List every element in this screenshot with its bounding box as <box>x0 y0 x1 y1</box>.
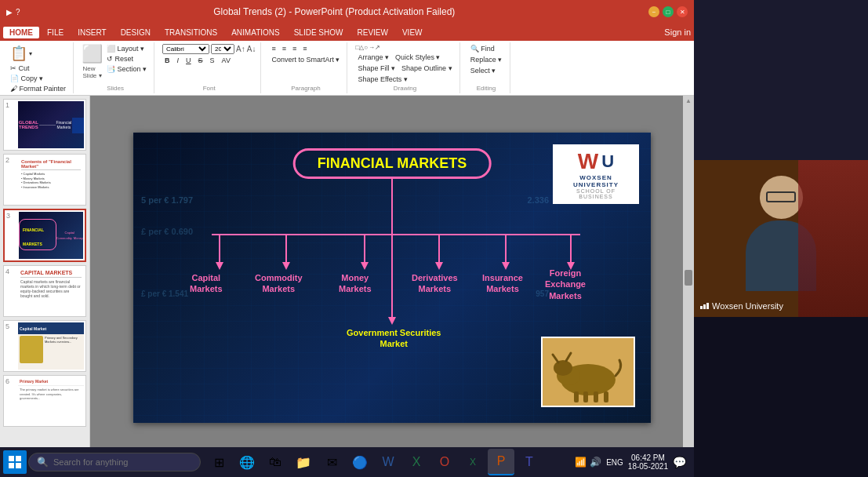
bg-text-4: 2.336 <box>527 195 549 205</box>
ribbon-editing: 🔍 Find Replace ▾ Select ▾ Editing <box>463 42 510 93</box>
shadow-button[interactable]: S <box>208 56 217 65</box>
tab-insert[interactable]: INSERT <box>71 27 113 38</box>
quick-styles-button[interactable]: Quick Styles ▾ <box>393 53 443 62</box>
justify-button[interactable]: ≡ <box>300 44 309 53</box>
shape-effects-button[interactable]: Shape Effects ▾ <box>355 75 454 84</box>
align-right-button[interactable]: ≡ <box>290 44 299 53</box>
time-display: 06:42 PM <box>631 453 665 462</box>
tab-review[interactable]: REVIEW <box>350 27 394 38</box>
slide-thumb-1[interactable]: 1 GLOBAL TRENDS Financial Markets <box>3 99 86 151</box>
arrange-button[interactable]: Arrange ▾ <box>355 53 391 62</box>
video-participant-name: Woxsen University <box>712 301 783 311</box>
taskbar-word[interactable]: W <box>375 449 401 475</box>
market-derivatives: DerivativesMarkets <box>412 272 458 295</box>
taskbar: 🔍 ⊞ 🌐 🛍 📁 ✉ 🔵 W X O X P T 📶 🔊 ENG 06:42 … <box>0 447 694 477</box>
font-size-select[interactable]: 20 <box>211 44 234 54</box>
woxsen-u: U <box>601 151 614 172</box>
taskbar-excel2[interactable]: X <box>459 449 486 475</box>
woxsen-w: W <box>578 149 598 174</box>
underline-button[interactable]: U <box>183 56 194 65</box>
network-icon[interactable]: 📶 <box>575 457 587 468</box>
taskbar-chrome[interactable]: 🔵 <box>347 449 373 475</box>
search-icon: 🔍 <box>37 457 49 468</box>
svg-rect-26 <box>16 456 21 461</box>
reset-button[interactable]: ↺ Reset <box>104 54 149 64</box>
paste-button[interactable]: 📋▾ <box>8 44 35 63</box>
select-button[interactable]: Select ▾ <box>468 66 505 75</box>
ribbon-drawing: □△○ →↗ Arrange ▾ Quick Styles ▾ Shape Fi… <box>350 42 459 93</box>
drawing-label: Drawing <box>394 85 416 92</box>
tab-slideshow[interactable]: SLIDE SHOW <box>288 27 350 38</box>
slide-canvas[interactable]: 5 per € 1.797 £ per € 0.690 £ per € 1.54… <box>133 133 651 423</box>
font-label: Font <box>203 85 216 92</box>
font-shrink-icon[interactable]: A↓ <box>247 45 256 53</box>
tab-design[interactable]: DESIGN <box>114 27 157 38</box>
search-input[interactable] <box>53 457 179 467</box>
editing-label: Editing <box>477 85 496 92</box>
taskbar-cortana[interactable]: ⊞ <box>205 449 232 475</box>
minimize-button[interactable]: − <box>648 6 659 17</box>
replace-button[interactable]: Replace ▾ <box>468 55 505 64</box>
sign-in-button[interactable]: Sign in <box>664 27 691 37</box>
layout-button[interactable]: ⬜ Layout ▾ <box>104 44 149 53</box>
char-spacing-button[interactable]: AV <box>220 56 233 65</box>
taskbar-ppt[interactable]: P <box>488 449 514 475</box>
slide-thumb-5[interactable]: 5 Capital Market Primary and Secondary M… <box>3 320 86 372</box>
tab-home[interactable]: HOME <box>3 27 39 38</box>
bg-text-3: £ per € 1.541 <box>141 289 188 298</box>
font-family-select[interactable]: Calibri <box>162 44 209 54</box>
svg-rect-21 <box>574 391 579 402</box>
market-gov-securities: Government SecuritiesMarket <box>347 327 441 350</box>
ribbon-clipboard: 📋▾ ✂ Cut 📄 Copy ▾ 🖌 Format Painter Clipb… <box>3 42 74 93</box>
format-painter-button[interactable]: 🖌 Format Painter <box>8 84 68 93</box>
copy-button[interactable]: 📄 Copy ▾ <box>8 74 45 83</box>
slide-thumb-3[interactable]: 3 FINANCIAL MARKETS Capital Commodity Mo… <box>3 209 86 262</box>
italic-button[interactable]: I <box>175 56 182 65</box>
tab-view[interactable]: VIEW <box>396 27 429 38</box>
taskbar-mail[interactable]: ✉ <box>318 449 345 475</box>
svg-point-18 <box>554 360 572 376</box>
slide-thumb-2[interactable]: 2 Contents of "Financial Market" • Capit… <box>3 154 86 206</box>
close-button[interactable]: ✕ <box>677 6 688 17</box>
cut-button[interactable]: ✂ Cut <box>8 64 32 73</box>
find-button[interactable]: 🔍 Find <box>468 44 505 53</box>
tab-animations[interactable]: ANIMATIONS <box>225 27 285 38</box>
taskbar-explorer[interactable]: 📁 <box>290 449 317 475</box>
convert-smartart-button[interactable]: Convert to SmartArt ▾ <box>269 55 342 64</box>
vertical-scrollbar[interactable]: ▲ ▼ <box>683 96 694 460</box>
taskbar-teams[interactable]: T <box>516 449 543 475</box>
powerpoint-window: ▶ ? Global Trends (2) - PowerPoint (Prod… <box>0 0 694 477</box>
font-grow-icon[interactable]: A↑ <box>236 45 245 53</box>
bold-button[interactable]: B <box>162 56 173 65</box>
arrows-icon: →↗ <box>369 44 380 51</box>
svg-line-20 <box>566 353 571 361</box>
taskbar-store[interactable]: 🛍 <box>262 449 289 475</box>
woxsen-logo: W U WOXSEN UNIVERSITY SCHOOL OF BUSINESS <box>553 144 639 204</box>
taskbar-opera[interactable]: O <box>431 449 458 475</box>
tab-file[interactable]: FILE <box>41 27 70 38</box>
slide-thumb-4[interactable]: 4 CAPITAL MARKETS Capital markets are fi… <box>3 265 86 317</box>
notification-icon[interactable]: 💬 <box>673 456 686 468</box>
align-center-button[interactable]: ≡ <box>280 44 289 53</box>
shape-outline-button[interactable]: Shape Outline ▾ <box>399 64 455 73</box>
slide-panel[interactable]: 1 GLOBAL TRENDS Financial Markets 2 Cont… <box>0 96 90 460</box>
volume-icon[interactable]: 🔊 <box>590 457 601 468</box>
slide-thumb-6[interactable]: 6 Primary Market The primary market is w… <box>3 375 86 427</box>
market-commodity: CommodityMarkets <box>255 272 303 295</box>
tab-transitions[interactable]: TRANSITIONS <box>158 27 223 38</box>
shape-fill-button[interactable]: Shape Fill ▾ <box>355 64 398 73</box>
taskbar-edge[interactable]: 🌐 <box>234 449 260 475</box>
video-label-bar: Woxsen University <box>700 301 862 311</box>
person-head <box>760 176 803 219</box>
section-button[interactable]: 📑 Section ▾ <box>104 64 149 74</box>
align-left-button[interactable]: ≡ <box>269 44 278 53</box>
strikethrough-button[interactable]: S <box>196 56 205 65</box>
new-slide-button[interactable]: ⬜ <box>82 44 103 64</box>
search-box[interactable]: 🔍 <box>28 453 201 472</box>
language-tray: ENG <box>606 458 623 467</box>
start-button[interactable] <box>3 450 27 474</box>
svg-rect-23 <box>594 391 598 402</box>
taskbar-excel[interactable]: X <box>403 449 430 475</box>
taskbar-right: 📶 🔊 ENG 06:42 PM 18-05-2021 💬 <box>575 453 691 471</box>
maximize-button[interactable]: □ <box>663 6 674 17</box>
